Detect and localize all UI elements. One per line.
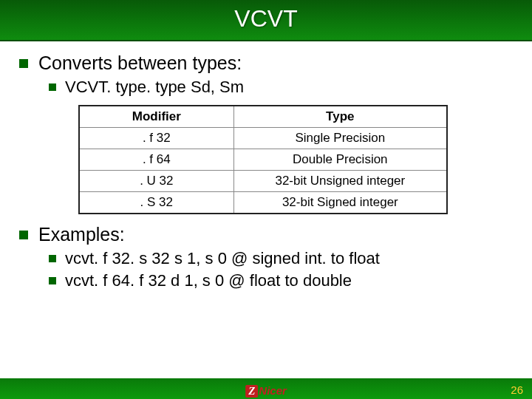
square-bullet-icon	[49, 83, 56, 91]
slide-title: VCVT	[0, 0, 532, 41]
square-bullet-icon	[19, 231, 28, 239]
example-text: vcvt. f 64. f 32 d 1, s 0 @ float to dou…	[65, 270, 352, 291]
modifier-table: Modifier Type . f 32Single Precision. f …	[78, 105, 448, 214]
bullet-level0: Examples:	[19, 223, 513, 245]
slide-footer: ZNicer 26	[0, 378, 532, 399]
table-cell-modifier: . S 32	[79, 192, 233, 214]
square-bullet-icon	[49, 277, 56, 284]
bullet-level0: Converts between types:	[19, 52, 513, 74]
table-cell-modifier: . f 64	[79, 149, 233, 171]
table-cell-type: 32-bit Unsigned integer	[233, 171, 447, 192]
table-row: . f 64Double Precision	[79, 149, 447, 171]
footer-logo: ZNicer	[245, 384, 287, 398]
table-cell-type: Double Precision	[233, 149, 447, 171]
example-item: vcvt. f 32. s 32 s 1, s 0 @ signed int. …	[49, 248, 513, 269]
table-header-type: Type	[233, 106, 447, 128]
example-text: vcvt. f 32. s 32 s 1, s 0 @ signed int. …	[65, 248, 380, 269]
section1-sub: VCVT. type. type Sd, Sm	[65, 77, 244, 98]
slide-content: Converts between types: VCVT. type. type…	[0, 41, 532, 291]
table-row: . S 3232-bit Signed integer	[79, 192, 447, 214]
logo-z: Z	[245, 385, 258, 398]
square-bullet-icon	[49, 255, 56, 262]
logo-rest: Nicer	[259, 384, 287, 397]
table-row: . U 3232-bit Unsigned integer	[79, 171, 447, 192]
example-item: vcvt. f 64. f 32 d 1, s 0 @ float to dou…	[49, 270, 513, 291]
table-cell-modifier: . f 32	[79, 128, 233, 149]
table-row: . f 32Single Precision	[79, 128, 447, 149]
page-number: 26	[511, 383, 523, 396]
table-cell-type: Single Precision	[233, 128, 447, 149]
section2-heading: Examples:	[38, 223, 125, 245]
section1-heading: Converts between types:	[38, 52, 242, 74]
table-cell-type: 32-bit Signed integer	[233, 192, 447, 214]
bullet-level1: VCVT. type. type Sd, Sm	[49, 77, 513, 98]
table-header-modifier: Modifier	[79, 106, 233, 128]
table-cell-modifier: . U 32	[79, 171, 233, 192]
square-bullet-icon	[19, 59, 28, 68]
